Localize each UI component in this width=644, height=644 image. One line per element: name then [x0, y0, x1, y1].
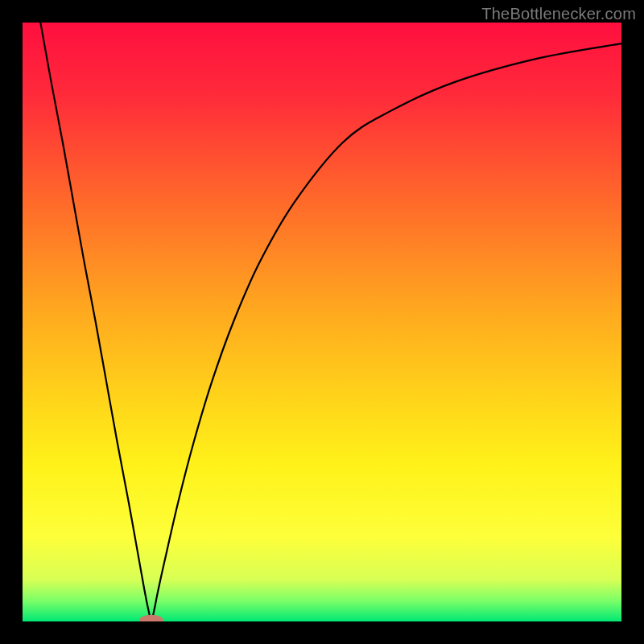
chart-background	[23, 23, 621, 621]
watermark-text: TheBottlenecker.com	[481, 5, 636, 23]
chart-svg	[23, 23, 621, 621]
chart-frame	[23, 23, 621, 621]
